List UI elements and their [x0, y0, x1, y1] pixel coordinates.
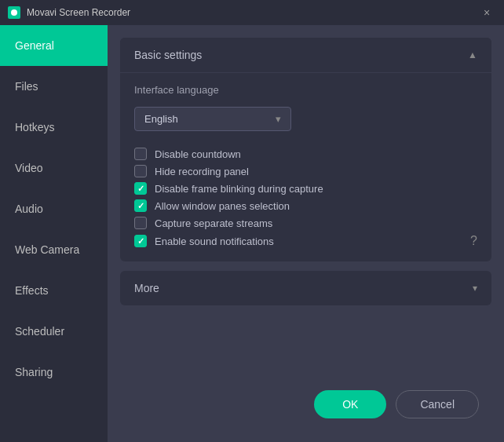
checkbox-disable_frame_blinking[interactable]	[134, 182, 147, 195]
collapse-icon[interactable]: ▲	[468, 49, 477, 60]
sidebar-item-sharing[interactable]: Sharing	[0, 352, 108, 393]
sidebar-item-audio[interactable]: Audio	[0, 188, 108, 229]
language-label: Interface language	[134, 84, 477, 96]
content-area: Basic settings ▲ Interface language Engl…	[108, 25, 504, 442]
ok-button[interactable]: OK	[314, 390, 386, 418]
cancel-button[interactable]: Cancel	[396, 390, 479, 418]
more-title: More	[134, 282, 159, 294]
sidebar-item-scheduler[interactable]: Scheduler	[0, 311, 108, 352]
checkbox-row-allow_window_panes: Allow window panes selection	[134, 197, 477, 214]
checkbox-allow_window_panes[interactable]	[134, 199, 147, 212]
sidebar-item-effects[interactable]: Effects	[0, 270, 108, 311]
title-bar: Movavi Screen Recorder ×	[0, 0, 504, 25]
checkboxes-container: Disable countdownHide recording panelDis…	[134, 145, 477, 250]
basic-settings-body: Interface language English ▾ Disable cou…	[120, 73, 491, 261]
checkbox-label-disable_countdown: Disable countdown	[155, 148, 477, 160]
checkbox-row-hide_recording_panel: Hide recording panel	[134, 163, 477, 180]
svg-point-0	[11, 9, 17, 16]
checkbox-disable_countdown[interactable]	[134, 148, 147, 160]
more-section: More ▾	[120, 271, 491, 305]
footer-buttons: OK Cancel	[120, 382, 491, 429]
main-content: GeneralFilesHotkeysVideoAudioWeb CameraE…	[0, 25, 504, 442]
checkbox-hide_recording_panel[interactable]	[134, 165, 147, 177]
more-header: More ▾	[120, 271, 491, 305]
checkbox-enable_sound_notifications[interactable]	[134, 235, 147, 247]
checkbox-row-disable_frame_blinking: Disable frame blinking during capture	[134, 180, 477, 197]
more-expand-icon[interactable]: ▾	[473, 283, 477, 294]
title-bar-left: Movavi Screen Recorder	[8, 6, 130, 19]
sidebar-item-general[interactable]: General	[0, 25, 108, 66]
window-title: Movavi Screen Recorder	[27, 7, 130, 18]
sidebar-item-hotkeys[interactable]: Hotkeys	[0, 107, 108, 148]
basic-settings-header: Basic settings ▲	[120, 38, 491, 73]
checkbox-label-enable_sound_notifications: Enable sound notifications	[155, 236, 462, 247]
dropdown-arrow-icon: ▾	[276, 113, 281, 125]
sidebar-item-files[interactable]: Files	[0, 66, 108, 107]
checkbox-row-disable_countdown: Disable countdown	[134, 145, 477, 163]
app-icon	[8, 6, 20, 19]
checkbox-label-allow_window_panes: Allow window panes selection	[155, 200, 477, 212]
sidebar-item-video[interactable]: Video	[0, 148, 108, 188]
basic-settings-card: Basic settings ▲ Interface language Engl…	[120, 38, 491, 261]
checkbox-row-capture_separate_streams: Capture separate streams	[134, 214, 477, 232]
checkbox-label-disable_frame_blinking: Disable frame blinking during capture	[155, 183, 477, 195]
basic-settings-title: Basic settings	[134, 49, 202, 61]
checkbox-capture_separate_streams[interactable]	[134, 217, 147, 229]
language-value: English	[144, 113, 178, 125]
close-button[interactable]: ×	[477, 3, 496, 22]
sidebar-item-webcamera[interactable]: Web Camera	[0, 229, 108, 270]
checkbox-label-hide_recording_panel: Hide recording panel	[155, 166, 477, 177]
help-icon[interactable]: ?	[470, 234, 477, 248]
checkbox-label-capture_separate_streams: Capture separate streams	[155, 217, 477, 229]
language-dropdown[interactable]: English ▾	[134, 107, 291, 131]
checkbox-row-enable_sound_notifications: Enable sound notifications?	[134, 232, 477, 250]
sidebar: GeneralFilesHotkeysVideoAudioWeb CameraE…	[0, 25, 108, 442]
